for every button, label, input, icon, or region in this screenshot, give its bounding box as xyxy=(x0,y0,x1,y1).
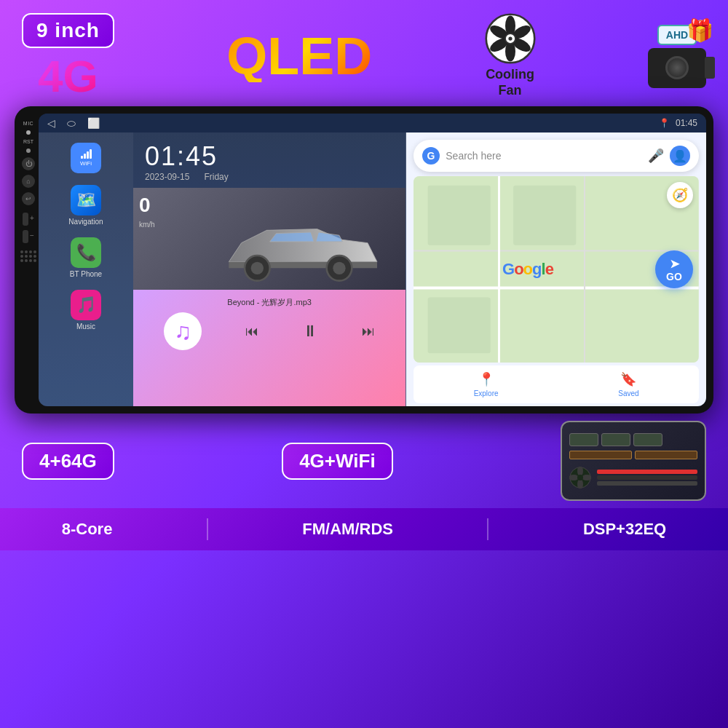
speed-value: 0 xyxy=(139,194,151,216)
brand-left: 9 inch 4G xyxy=(22,13,114,99)
saved-button[interactable]: 🔖 Saved xyxy=(618,371,638,397)
logo-4g: 4G xyxy=(38,54,98,99)
pcb-fan-icon xyxy=(569,467,591,488)
badge-9inch: 9 inch xyxy=(22,13,114,48)
home-button[interactable]: ⌂ xyxy=(22,175,35,188)
side-buttons: MIC RST ⏻ ⌂ ↩ + − xyxy=(18,114,39,406)
search-user-icon[interactable]: 👤 xyxy=(670,146,690,166)
volume-up[interactable]: + xyxy=(23,213,34,226)
navigation-app-item[interactable]: 🗺️ Navigation xyxy=(39,181,133,230)
go-button[interactable]: ➤ GO xyxy=(655,250,693,288)
navigation-label: Navigation xyxy=(68,218,103,226)
g6: e xyxy=(545,260,553,278)
music-note-icon: ♫ xyxy=(164,312,202,350)
nav-buttons: ◁ ⬭ ⬜ xyxy=(47,117,100,130)
core-spec: 8-Core xyxy=(62,520,113,539)
spec-divider-1 xyxy=(207,518,208,540)
music-title: Beyond - 光辉岁月.mp3 xyxy=(142,297,397,308)
mic-label: MIC xyxy=(23,121,33,126)
memory-badge: 4+64G xyxy=(22,443,114,480)
screen-content: WiFi 🗺️ Navigation 📞 BT Phone 🎵 Music xyxy=(39,132,706,406)
pcb-row-1 xyxy=(569,433,697,446)
pcb-board xyxy=(569,433,697,488)
pcb-chip-3 xyxy=(633,433,662,446)
btphone-icon: 📞 xyxy=(71,237,101,268)
next-button[interactable]: ⏭ xyxy=(362,324,375,339)
search-placeholder-text: Search here xyxy=(446,150,642,162)
left-panel: WiFi 🗺️ Navigation 📞 BT Phone 🎵 Music xyxy=(39,132,133,406)
svg-rect-20 xyxy=(428,186,491,245)
google-logo: Google xyxy=(502,260,553,279)
status-time: 01:45 xyxy=(676,118,697,128)
time-block: 01:45 2023-09-15 Friday xyxy=(133,132,405,188)
explore-icon: 📍 xyxy=(478,371,494,387)
camera-lens xyxy=(665,56,689,79)
google-search-bar[interactable]: G Search here 🎤 👤 xyxy=(414,140,699,172)
gift-icon: 🎁 xyxy=(687,17,713,43)
go-label: GO xyxy=(666,271,682,282)
camera-body xyxy=(648,48,706,88)
g4: g xyxy=(532,260,541,278)
screen: ◁ ⬭ ⬜ 📍 01:45 xyxy=(39,114,706,406)
svg-point-28 xyxy=(577,475,583,480)
ahd-camera-section: 🎁 AHD xyxy=(648,25,706,88)
date-display: 2023-09-15 Friday xyxy=(145,172,394,182)
saved-icon: 🔖 xyxy=(620,371,636,387)
rst-label: RST xyxy=(23,139,33,144)
map-area: Google 🧭 ➤ GO xyxy=(414,176,699,363)
g3: o xyxy=(523,260,532,278)
music-app-item[interactable]: 🎵 Music xyxy=(39,285,133,335)
explore-button[interactable]: 📍 Explore xyxy=(474,371,499,397)
bottom-section: 4+64G 4G+WiFi xyxy=(0,414,728,508)
cooling-fan-icon xyxy=(485,13,536,64)
location-icon: 📍 xyxy=(659,118,670,128)
car-silhouette xyxy=(216,202,405,290)
middle-panel: 01:45 2023-09-15 Friday xyxy=(133,132,406,406)
map-bottom-bar: 📍 Explore 🔖 Saved xyxy=(414,365,699,403)
btphone-label: BT Phone xyxy=(70,270,102,278)
wifi-icon: WiFi xyxy=(71,143,101,173)
top-section: 9 inch 4G QLED Cooling Fan 🎁 AHD xyxy=(0,0,728,106)
status-right: 📍 01:45 xyxy=(659,118,697,128)
car-image xyxy=(133,188,405,290)
go-arrow-icon: ➤ xyxy=(670,257,679,271)
pcb-chip-2 xyxy=(601,433,630,446)
device-outer: MIC RST ⏻ ⌂ ↩ + − xyxy=(15,106,713,414)
g2: o xyxy=(514,260,523,278)
volume-down[interactable]: − xyxy=(23,230,34,243)
svg-rect-21 xyxy=(513,186,576,245)
back-button[interactable]: ↩ xyxy=(22,192,35,205)
dot-grid xyxy=(20,250,36,262)
spec-divider-2 xyxy=(487,518,488,540)
pcb-connector-2 xyxy=(635,451,697,459)
compass-button[interactable]: 🧭 xyxy=(667,182,693,208)
g1: G xyxy=(502,260,514,278)
wifi-app-item[interactable]: WiFi xyxy=(39,138,133,178)
music-icon: 🎵 xyxy=(71,290,101,320)
svg-point-12 xyxy=(333,262,346,274)
search-mic-icon[interactable]: 🎤 xyxy=(648,148,664,164)
radio-spec: FM/AM/RDS xyxy=(302,520,393,539)
connectivity-badge: 4G+WiFi xyxy=(282,443,393,480)
dsp-spec: DSP+32EQ xyxy=(583,520,666,539)
bottom-text-bar: 8-Core FM/AM/RDS DSP+32EQ xyxy=(0,508,728,550)
cooling-label: Cooling Fan xyxy=(486,67,534,98)
home-nav-button[interactable]: ⬭ xyxy=(67,117,76,130)
status-bar: ◁ ⬭ ⬜ 📍 01:45 xyxy=(39,114,706,132)
btphone-app-item[interactable]: 📞 BT Phone xyxy=(39,233,133,282)
speed-overlay: 0 km/h xyxy=(139,194,155,230)
music-label: Music xyxy=(76,323,95,331)
power-button[interactable]: ⏻ xyxy=(22,157,35,170)
recent-nav-button[interactable]: ⬜ xyxy=(87,117,100,129)
pcb-row-2 xyxy=(569,451,697,459)
music-controls: ♫ ⏮ ⏸ ⏭ xyxy=(142,312,397,350)
prev-button[interactable]: ⏮ xyxy=(245,324,258,339)
wifi-text: WiFi xyxy=(80,160,92,167)
play-pause-button[interactable]: ⏸ xyxy=(302,322,318,341)
speed-unit: km/h xyxy=(139,221,155,229)
right-panel: G Search here 🎤 👤 xyxy=(406,132,706,406)
pcb-image xyxy=(561,421,706,501)
wifi-bars xyxy=(81,149,92,159)
speed-car-block: 0 km/h xyxy=(133,188,405,290)
back-nav-button[interactable]: ◁ xyxy=(47,117,55,129)
